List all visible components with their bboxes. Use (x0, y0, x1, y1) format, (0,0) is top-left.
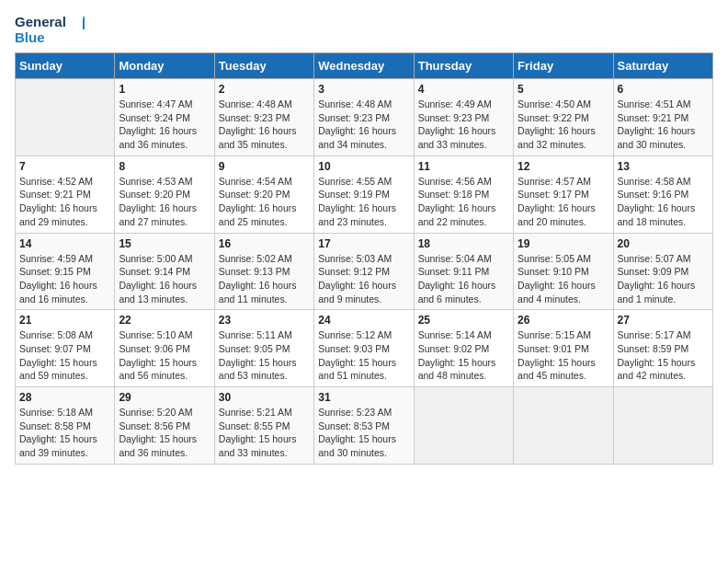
weekday-wednesday: Wednesday (314, 53, 414, 79)
weekday-monday: Monday (115, 53, 214, 79)
calendar-cell: 6Sunrise: 4:51 AM Sunset: 9:21 PM Daylig… (613, 79, 712, 156)
calendar-cell: 19Sunrise: 5:05 AM Sunset: 9:10 PM Dayli… (514, 233, 613, 310)
day-info: Sunrise: 5:00 AM Sunset: 9:14 PM Dayligh… (119, 252, 210, 306)
calendar-cell: 23Sunrise: 5:11 AM Sunset: 9:05 PM Dayli… (214, 310, 313, 387)
day-number: 30 (219, 391, 310, 404)
day-info: Sunrise: 4:54 AM Sunset: 9:20 PM Dayligh… (219, 175, 310, 229)
day-info: Sunrise: 5:15 AM Sunset: 9:01 PM Dayligh… (518, 328, 609, 383)
calendar-cell (514, 387, 613, 465)
day-info: Sunrise: 4:50 AM Sunset: 9:22 PM Dayligh… (518, 98, 609, 152)
day-info: Sunrise: 5:05 AM Sunset: 9:10 PM Dayligh… (518, 252, 609, 306)
calendar-week-1: 1Sunrise: 4:47 AM Sunset: 9:24 PM Daylig… (16, 79, 713, 156)
calendar-body: 1Sunrise: 4:47 AM Sunset: 9:24 PM Daylig… (16, 79, 713, 465)
day-number: 9 (219, 160, 310, 173)
day-info: Sunrise: 4:48 AM Sunset: 9:23 PM Dayligh… (318, 98, 409, 152)
calendar-cell: 20Sunrise: 5:07 AM Sunset: 9:09 PM Dayli… (613, 233, 712, 310)
day-info: Sunrise: 4:55 AM Sunset: 9:19 PM Dayligh… (318, 175, 409, 229)
day-number: 4 (418, 83, 509, 96)
day-info: Sunrise: 4:48 AM Sunset: 9:23 PM Dayligh… (219, 98, 310, 152)
calendar-cell (16, 79, 115, 156)
calendar-cell: 27Sunrise: 5:17 AM Sunset: 8:59 PM Dayli… (613, 310, 712, 387)
day-number: 15 (119, 237, 210, 250)
day-number: 1 (119, 83, 210, 96)
day-info: Sunrise: 5:14 AM Sunset: 9:02 PM Dayligh… (418, 328, 509, 383)
day-number: 12 (518, 160, 609, 173)
calendar-cell: 3Sunrise: 4:48 AM Sunset: 9:23 PM Daylig… (314, 79, 414, 156)
calendar-table: SundayMondayTuesdayWednesdayThursdayFrid… (15, 52, 713, 465)
day-info: Sunrise: 5:04 AM Sunset: 9:11 PM Dayligh… (418, 252, 509, 306)
calendar-cell: 22Sunrise: 5:10 AM Sunset: 9:06 PM Dayli… (115, 310, 214, 387)
calendar-cell: 21Sunrise: 5:08 AM Sunset: 9:07 PM Dayli… (16, 310, 115, 387)
day-info: Sunrise: 5:07 AM Sunset: 9:09 PM Dayligh… (618, 252, 709, 306)
weekday-saturday: Saturday (613, 53, 712, 79)
day-number: 28 (19, 391, 110, 404)
day-info: Sunrise: 5:21 AM Sunset: 8:55 PM Dayligh… (219, 406, 310, 460)
day-number: 26 (518, 314, 609, 327)
calendar-cell: 30Sunrise: 5:21 AM Sunset: 8:55 PM Dayli… (214, 387, 313, 465)
day-number: 6 (618, 83, 709, 96)
calendar-cell: 28Sunrise: 5:18 AM Sunset: 8:58 PM Dayli… (16, 387, 115, 465)
calendar-cell: 26Sunrise: 5:15 AM Sunset: 9:01 PM Dayli… (514, 310, 613, 387)
calendar-cell: 17Sunrise: 5:03 AM Sunset: 9:12 PM Dayli… (314, 233, 414, 310)
calendar-cell: 11Sunrise: 4:56 AM Sunset: 9:18 PM Dayli… (414, 155, 513, 233)
calendar-cell: 1Sunrise: 4:47 AM Sunset: 9:24 PM Daylig… (115, 79, 214, 156)
day-number: 14 (19, 237, 110, 250)
day-number: 19 (518, 237, 609, 250)
day-number: 20 (618, 237, 709, 250)
day-number: 2 (219, 83, 310, 96)
day-info: Sunrise: 5:10 AM Sunset: 9:06 PM Dayligh… (119, 328, 210, 383)
calendar-cell: 16Sunrise: 5:02 AM Sunset: 9:13 PM Dayli… (214, 233, 313, 310)
calendar-cell: 31Sunrise: 5:23 AM Sunset: 8:53 PM Dayli… (314, 387, 414, 465)
day-number: 10 (318, 160, 409, 173)
day-info: Sunrise: 4:49 AM Sunset: 9:23 PM Dayligh… (418, 98, 509, 152)
calendar-week-4: 21Sunrise: 5:08 AM Sunset: 9:07 PM Dayli… (16, 310, 713, 387)
weekday-tuesday: Tuesday (214, 53, 313, 79)
day-info: Sunrise: 4:53 AM Sunset: 9:20 PM Dayligh… (119, 175, 210, 229)
day-number: 31 (318, 391, 409, 404)
weekday-thursday: Thursday (414, 53, 513, 79)
calendar-cell: 14Sunrise: 4:59 AM Sunset: 9:15 PM Dayli… (16, 233, 115, 310)
calendar-cell (613, 387, 712, 465)
day-info: Sunrise: 5:12 AM Sunset: 9:03 PM Dayligh… (318, 328, 409, 383)
day-info: Sunrise: 5:20 AM Sunset: 8:56 PM Dayligh… (119, 406, 210, 460)
day-number: 22 (119, 314, 210, 327)
weekday-header-row: SundayMondayTuesdayWednesdayThursdayFrid… (16, 53, 713, 79)
day-info: Sunrise: 4:47 AM Sunset: 9:24 PM Dayligh… (119, 98, 210, 152)
calendar-cell: 5Sunrise: 4:50 AM Sunset: 9:22 PM Daylig… (514, 79, 613, 156)
day-info: Sunrise: 4:57 AM Sunset: 9:17 PM Dayligh… (518, 175, 609, 229)
calendar-cell (414, 387, 513, 465)
calendar-cell: 8Sunrise: 4:53 AM Sunset: 9:20 PM Daylig… (115, 155, 214, 233)
calendar-cell: 10Sunrise: 4:55 AM Sunset: 9:19 PM Dayli… (314, 155, 414, 233)
logo: General Blue (15, 15, 85, 45)
day-number: 3 (318, 83, 409, 96)
day-number: 23 (219, 314, 310, 327)
day-number: 21 (19, 314, 110, 327)
day-number: 18 (418, 237, 509, 250)
calendar-cell: 29Sunrise: 5:20 AM Sunset: 8:56 PM Dayli… (115, 387, 214, 465)
day-info: Sunrise: 5:18 AM Sunset: 8:58 PM Dayligh… (19, 406, 110, 460)
day-info: Sunrise: 4:52 AM Sunset: 9:21 PM Dayligh… (19, 175, 110, 229)
day-info: Sunrise: 5:11 AM Sunset: 9:05 PM Dayligh… (219, 328, 310, 383)
calendar-week-2: 7Sunrise: 4:52 AM Sunset: 9:21 PM Daylig… (16, 155, 713, 233)
day-number: 27 (618, 314, 709, 327)
day-number: 8 (119, 160, 210, 173)
day-number: 29 (119, 391, 210, 404)
calendar-cell: 18Sunrise: 5:04 AM Sunset: 9:11 PM Dayli… (414, 233, 513, 310)
calendar-week-3: 14Sunrise: 4:59 AM Sunset: 9:15 PM Dayli… (16, 233, 713, 310)
day-info: Sunrise: 4:58 AM Sunset: 9:16 PM Dayligh… (618, 175, 709, 229)
day-number: 16 (219, 237, 310, 250)
calendar-cell: 7Sunrise: 4:52 AM Sunset: 9:21 PM Daylig… (16, 155, 115, 233)
day-info: Sunrise: 5:17 AM Sunset: 8:59 PM Dayligh… (618, 328, 709, 383)
weekday-sunday: Sunday (16, 53, 115, 79)
day-number: 17 (318, 237, 409, 250)
logo-text: General Blue (15, 15, 85, 45)
day-info: Sunrise: 5:08 AM Sunset: 9:07 PM Dayligh… (19, 328, 110, 383)
calendar-cell: 24Sunrise: 5:12 AM Sunset: 9:03 PM Dayli… (314, 310, 414, 387)
calendar-cell: 15Sunrise: 5:00 AM Sunset: 9:14 PM Dayli… (115, 233, 214, 310)
day-number: 11 (418, 160, 509, 173)
day-info: Sunrise: 4:56 AM Sunset: 9:18 PM Dayligh… (418, 175, 509, 229)
calendar-cell: 25Sunrise: 5:14 AM Sunset: 9:02 PM Dayli… (414, 310, 513, 387)
day-info: Sunrise: 4:59 AM Sunset: 9:15 PM Dayligh… (19, 252, 110, 306)
calendar-cell: 12Sunrise: 4:57 AM Sunset: 9:17 PM Dayli… (514, 155, 613, 233)
day-info: Sunrise: 4:51 AM Sunset: 9:21 PM Dayligh… (618, 98, 709, 152)
